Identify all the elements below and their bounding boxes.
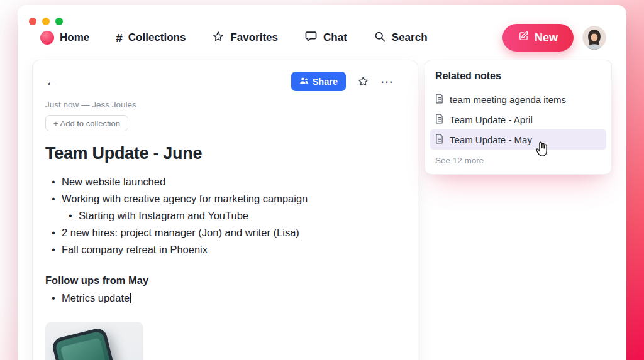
top-nav: Home # Collections Favorites Chat [40,24,606,52]
share-button[interactable]: Share [291,72,346,91]
favorite-star-button[interactable] [357,75,369,87]
nav-item-search[interactable]: Search [374,30,428,46]
related-note-item[interactable]: Team Update - April [430,109,606,129]
new-button-label: New [535,31,558,45]
nav-home-label: Home [60,31,89,44]
document-icon [435,114,443,126]
text-caret [130,293,131,303]
bullet-item[interactable]: Fall company retreat in Phoenix [45,241,394,258]
page-title: Team Update - June [45,144,394,163]
more-options-button[interactable]: ⋯ [380,75,394,88]
related-note-label: Team Update - May [450,134,532,145]
related-note-label: team meeting agenda items [450,94,566,105]
bullet-item[interactable]: 2 new hires: project manager (Jon) and w… [45,224,394,241]
phone-screen [55,330,126,360]
nav-actions: New [502,24,606,52]
nav-collections-label: Collections [128,31,186,44]
nav-chat-label: Chat [323,31,347,44]
phone-screen-photo [60,337,107,360]
related-notes-heading: Related notes [425,70,611,82]
related-note-item-hovered[interactable]: Team Update - May [430,129,606,150]
followup-text: Metrics update [62,292,130,303]
chat-bubble-icon [304,30,318,46]
related-note-label: Team Update - April [450,114,533,125]
followup-list: Metrics update [45,290,394,307]
minimize-window-button[interactable] [42,18,50,25]
nav-item-collections[interactable]: # Collections [116,31,186,44]
share-button-label: Share [313,77,338,87]
window-controls [29,18,63,25]
bullet-list: New website launched Working with creati… [45,173,394,258]
document-panel: ← Share ⋯ Just now — Jess Joules + Add t… [33,60,418,360]
related-note-item[interactable]: team meeting agenda items [430,89,606,109]
document-meta: Just now — Jess Joules [45,100,394,109]
see-more-link[interactable]: See 12 more [425,156,611,165]
nav-search-label: Search [392,31,428,44]
nav-item-chat[interactable]: Chat [304,30,347,46]
bullet-item[interactable]: New website launched [45,173,394,190]
app-window: Home # Collections Favorites Chat [18,5,626,360]
nav-item-home[interactable]: Home [40,31,89,45]
app-logo-icon [40,31,54,45]
document-icon [435,94,443,106]
bullet-item-editing[interactable]: Metrics update [45,290,394,307]
back-arrow-button[interactable]: ← [45,75,58,88]
people-icon [299,76,309,87]
user-avatar[interactable] [582,26,606,50]
bullet-item-nested[interactable]: Starting with Instagram and YouTube [62,207,394,224]
document-actions: Share ⋯ [291,72,394,91]
related-notes-panel: Related notes team meeting agenda items … [425,60,611,174]
section-heading: Follow ups from May [45,275,394,286]
add-to-collection-button[interactable]: + Add to collection [45,115,128,131]
phone-illustration [51,327,131,360]
star-icon [212,30,225,46]
nav-favorites-label: Favorites [230,31,278,44]
document-toolbar: ← Share ⋯ [45,72,394,91]
embedded-image[interactable] [45,322,143,360]
bullet-item[interactable]: Working with creative agency for marketi… [45,190,394,207]
nav-item-favorites[interactable]: Favorites [212,30,278,46]
maximize-window-button[interactable] [55,18,63,25]
hash-icon: # [116,32,123,44]
nav-links: Home # Collections Favorites Chat [40,30,502,46]
search-icon [374,30,386,46]
document-icon [435,134,443,146]
new-note-button[interactable]: New [502,24,574,52]
close-window-button[interactable] [29,18,36,25]
edit-pencil-icon [518,31,529,45]
